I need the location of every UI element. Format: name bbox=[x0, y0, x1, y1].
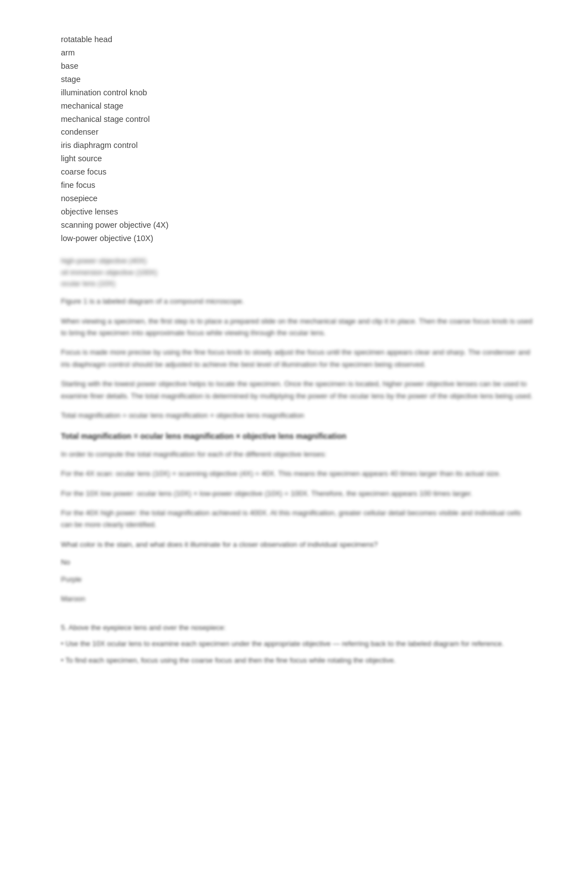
question-text: What color is the stain, and what does i… bbox=[61, 539, 533, 550]
list-item-15: scanning power objective (4X) bbox=[61, 219, 533, 232]
para-5-text: In order to compute the total magnificat… bbox=[61, 448, 533, 460]
list-item-7: mechanical stage control bbox=[61, 113, 533, 126]
paragraph-3: Starting with the lowest power objective… bbox=[61, 378, 533, 402]
paragraph-6: For the 4X scan: ocular lens (10X) × sca… bbox=[61, 468, 533, 479]
answer-block-2: Purple bbox=[61, 574, 533, 586]
list-item-10: light source bbox=[61, 152, 533, 166]
answer-block-3: Maroon bbox=[61, 593, 533, 605]
paragraph-4: Total magnification = ocular lens magnif… bbox=[61, 409, 533, 421]
blurred-list: high-power objective (40X) oil immersion… bbox=[61, 255, 533, 290]
para-8-text: For the 40X high power: the total magnif… bbox=[61, 507, 533, 531]
list-item-1: rotatable head bbox=[61, 33, 533, 47]
list-item-5: illumination control knob bbox=[61, 86, 533, 100]
paragraph-1: When viewing a specimen, the first step … bbox=[61, 315, 533, 339]
total-magnification-heading: Total magnification = ocular lens magnif… bbox=[61, 432, 533, 441]
paragraph-8: For the 40X high power: the total magnif… bbox=[61, 507, 533, 531]
paragraph-2: Focus is made more precise by using the … bbox=[61, 346, 533, 370]
list-item-12: fine focus bbox=[61, 179, 533, 192]
answer-1: No bbox=[61, 558, 533, 566]
paragraph-7: For the 10X low power: ocular lens (10X)… bbox=[61, 488, 533, 499]
figure-label: Figure 1 is a labeled diagram of a compo… bbox=[61, 295, 533, 307]
list-item-2: arm bbox=[61, 47, 533, 60]
footer-para-2: • Use the 10X ocular lens to examine eac… bbox=[61, 638, 533, 649]
blurred-item-3: ocular lens (10X) bbox=[61, 278, 533, 290]
answer-block-1: No bbox=[61, 558, 533, 566]
list-item-3: base bbox=[61, 60, 533, 73]
list-item-16: low-power objective (10X) bbox=[61, 232, 533, 245]
figure-description: Figure 1 is a labeled diagram of a compo… bbox=[61, 295, 533, 307]
list-item-6: mechanical stage bbox=[61, 100, 533, 113]
microscope-parts-list: rotatable head arm base stage illuminati… bbox=[61, 33, 533, 245]
list-item-9: iris diaphragm control bbox=[61, 139, 533, 152]
list-item-8: condenser bbox=[61, 126, 533, 139]
list-item-14: objective lenses bbox=[61, 206, 533, 219]
blurred-item-2: oil immersion objective (100X) bbox=[61, 267, 533, 279]
answer-3: Maroon bbox=[61, 593, 533, 605]
paragraph-5: In order to compute the total magnificat… bbox=[61, 448, 533, 460]
list-item-13: nosepiece bbox=[61, 192, 533, 206]
footer-section: 5. Above the eyepiece lens and over the … bbox=[61, 622, 533, 666]
para-2-text: Focus is made more precise by using the … bbox=[61, 346, 533, 370]
para-7-text: For the 10X low power: ocular lens (10X)… bbox=[61, 488, 533, 499]
para-1-text: When viewing a specimen, the first step … bbox=[61, 315, 533, 339]
question-block: What color is the stain, and what does i… bbox=[61, 539, 533, 550]
para-3-text: Starting with the lowest power objective… bbox=[61, 378, 533, 402]
para-6-text: For the 4X scan: ocular lens (10X) × sca… bbox=[61, 468, 533, 479]
footer-para-3: • To find each specimen, focus using the… bbox=[61, 654, 533, 666]
list-item-4: stage bbox=[61, 73, 533, 86]
answer-2: Purple bbox=[61, 574, 533, 586]
footer-para-1: 5. Above the eyepiece lens and over the … bbox=[61, 622, 533, 633]
list-item-11: coarse focus bbox=[61, 166, 533, 179]
blurred-item-1: high-power objective (40X) bbox=[61, 255, 533, 267]
bold-heading-block: Total magnification = ocular lens magnif… bbox=[61, 432, 533, 441]
para-4-text: Total magnification = ocular lens magnif… bbox=[61, 409, 533, 421]
